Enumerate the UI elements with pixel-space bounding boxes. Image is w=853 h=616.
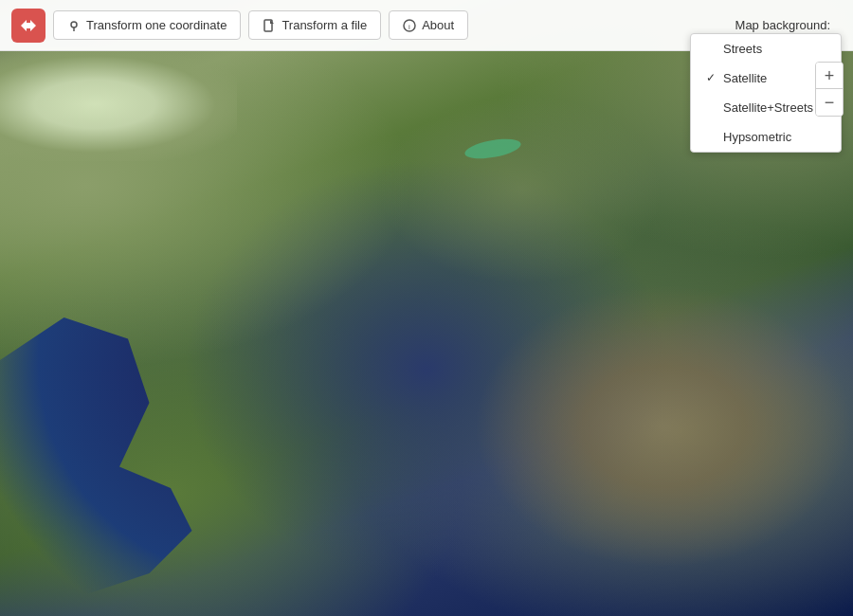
map-background-label: Map background:: [735, 18, 830, 32]
zoom-out-label: −: [825, 94, 835, 111]
zoom-out-button[interactable]: −: [816, 89, 843, 116]
check-icon-satellite: ✓: [706, 71, 717, 84]
terrain-detail-east: [379, 95, 663, 284]
transform-coordinate-label: Transform one coordinate: [86, 18, 227, 32]
zoom-in-label: +: [825, 67, 835, 84]
location-icon: [67, 19, 81, 32]
about-label: About: [422, 18, 454, 32]
info-icon: i: [403, 19, 416, 32]
dropdown-item-streets[interactable]: ✓ Streets: [691, 34, 841, 63]
dropdown-label-hypsometric: Hypsometric: [723, 130, 791, 144]
toolbar: Transform one coordinate Transform a fil…: [0, 0, 853, 51]
about-button[interactable]: i About: [389, 10, 468, 40]
dropdown-label-satellite-streets: Satellite+Streets: [723, 100, 813, 115]
file-icon: [263, 19, 276, 32]
transform-coordinate-button[interactable]: Transform one coordinate: [53, 10, 241, 40]
dropdown-item-hypsometric[interactable]: ✓ Hypsometric: [691, 122, 841, 152]
svg-text:i: i: [408, 23, 410, 31]
dropdown-label-streets: Streets: [723, 42, 762, 56]
dropdown-label-satellite: Satellite: [723, 71, 767, 85]
app-logo: [11, 9, 45, 43]
alps-region: [0, 47, 237, 161]
terrain-detail-south: [474, 284, 853, 569]
zoom-controls: + −: [815, 62, 844, 117]
svg-point-0: [71, 22, 77, 27]
transform-file-label: Transform a file: [281, 18, 367, 32]
app-logo-icon: [18, 15, 39, 36]
zoom-in-button[interactable]: +: [816, 63, 843, 89]
transform-file-button[interactable]: Transform a file: [248, 10, 381, 40]
